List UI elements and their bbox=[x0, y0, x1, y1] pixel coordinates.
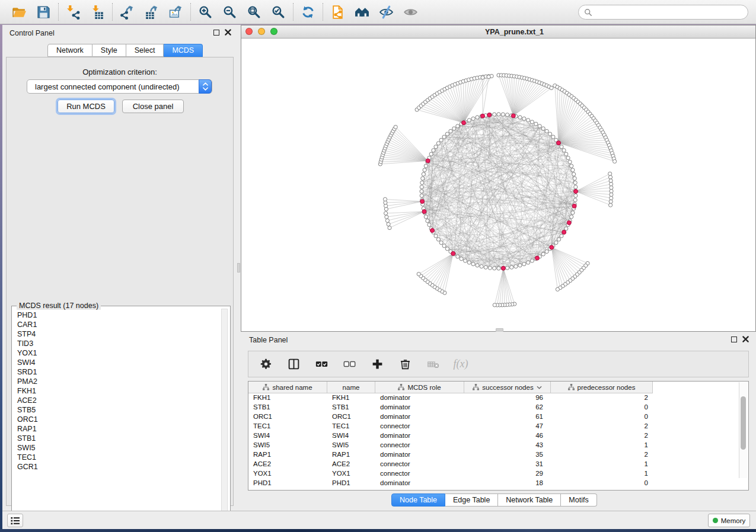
tab-node-table[interactable]: Node Table bbox=[391, 493, 445, 507]
column-header-role[interactable]: MCDS role bbox=[375, 382, 464, 393]
tab-network-table[interactable]: Network Table bbox=[498, 493, 561, 507]
cell-shared[interactable]: RAP1 bbox=[248, 450, 327, 460]
zoom-in-icon[interactable] bbox=[197, 4, 213, 20]
cell-name[interactable]: FKH1 bbox=[327, 393, 375, 403]
cell-name[interactable]: PHD1 bbox=[327, 479, 375, 488]
mcds-result-item[interactable]: CAR1 bbox=[13, 320, 222, 329]
cell-role[interactable]: dominator bbox=[375, 479, 464, 488]
cell-shared[interactable]: STB1 bbox=[248, 403, 327, 412]
cell-name[interactable]: SWI4 bbox=[327, 431, 375, 441]
vertical-splitter-handle[interactable] bbox=[237, 263, 240, 273]
export-image-icon[interactable] bbox=[168, 4, 184, 20]
table-row[interactable]: TEC1TEC1connector472 bbox=[248, 422, 653, 431]
import-network-icon[interactable] bbox=[65, 4, 81, 20]
cell-pred[interactable]: 2 bbox=[551, 393, 653, 403]
mcds-result-item[interactable]: TEC1 bbox=[13, 453, 222, 462]
cell-role[interactable]: connector bbox=[375, 422, 464, 431]
mcds-result-item[interactable]: RAP1 bbox=[13, 424, 222, 434]
tab-network[interactable]: Network bbox=[47, 44, 92, 57]
mcds-result-item[interactable]: PMA2 bbox=[13, 377, 222, 386]
import-table-icon[interactable] bbox=[90, 4, 106, 20]
cell-pred[interactable]: 1 bbox=[551, 441, 653, 450]
memory-button[interactable]: Memory bbox=[708, 514, 750, 527]
show-all-icon[interactable] bbox=[403, 4, 419, 20]
cell-role[interactable]: dominator bbox=[375, 450, 464, 460]
save-session-icon[interactable] bbox=[36, 4, 52, 20]
tab-select[interactable]: Select bbox=[126, 44, 164, 57]
refresh-layout-icon[interactable] bbox=[300, 4, 316, 20]
close-window-light[interactable] bbox=[245, 28, 253, 35]
table-row[interactable]: FKH1FKH1dominator962 bbox=[248, 393, 653, 403]
cell-pred[interactable]: 2 bbox=[551, 431, 653, 441]
settings-icon[interactable] bbox=[259, 357, 273, 371]
cell-shared[interactable]: FKH1 bbox=[248, 393, 327, 403]
cell-shared[interactable]: YOX1 bbox=[248, 469, 327, 479]
mcds-result-item[interactable]: TID3 bbox=[13, 339, 222, 348]
mcds-result-scrollbar[interactable] bbox=[221, 309, 228, 523]
table-row[interactable]: RAP1RAP1dominator352 bbox=[248, 450, 653, 460]
cell-succ[interactable]: 18 bbox=[464, 479, 551, 488]
column-header-succ[interactable]: successor nodes bbox=[464, 382, 551, 393]
table-row[interactable]: ORC1ORC1dominator610 bbox=[248, 412, 653, 422]
mcds-result-item[interactable]: STP4 bbox=[13, 329, 222, 339]
cell-pred[interactable]: 0 bbox=[551, 403, 653, 412]
cell-succ[interactable]: 35 bbox=[464, 450, 551, 460]
close-panel-icon[interactable] bbox=[225, 29, 231, 36]
table-scrollbar-thumb[interactable] bbox=[741, 396, 746, 450]
table-scrollbar[interactable] bbox=[739, 382, 747, 478]
mcds-result-item[interactable]: YOX1 bbox=[13, 348, 222, 358]
cell-succ[interactable]: 43 bbox=[464, 441, 551, 450]
cell-name[interactable]: RAP1 bbox=[327, 450, 375, 460]
network-canvas[interactable] bbox=[241, 39, 755, 331]
mcds-result-item[interactable]: SRD1 bbox=[13, 367, 222, 377]
export-table-icon[interactable] bbox=[143, 4, 160, 20]
cell-role[interactable]: connector bbox=[375, 469, 464, 479]
cell-succ[interactable]: 62 bbox=[464, 403, 551, 412]
tab-motifs[interactable]: Motifs bbox=[561, 493, 596, 507]
cell-succ[interactable]: 29 bbox=[464, 469, 551, 479]
cell-name[interactable]: YOX1 bbox=[327, 469, 375, 479]
cell-pred[interactable]: 0 bbox=[551, 479, 653, 488]
network-window-titlebar[interactable]: YPA_prune.txt_1 bbox=[241, 25, 755, 39]
cell-name[interactable]: TEC1 bbox=[327, 422, 375, 431]
zoom-window-light[interactable] bbox=[270, 28, 277, 35]
task-history-button[interactable] bbox=[7, 514, 23, 527]
tab-mcds[interactable]: MCDS bbox=[164, 44, 203, 57]
cell-shared[interactable]: ORC1 bbox=[248, 412, 327, 422]
optimization-criterion-dropdown[interactable]: largest connected component (undirected) bbox=[27, 79, 212, 94]
zoom-out-icon[interactable] bbox=[222, 4, 238, 20]
cell-succ[interactable]: 61 bbox=[464, 412, 551, 422]
export-network-icon[interactable] bbox=[119, 4, 135, 20]
cell-role[interactable]: dominator bbox=[375, 412, 464, 422]
select-all-icon[interactable] bbox=[314, 357, 328, 371]
minimize-window-light[interactable] bbox=[258, 28, 265, 35]
cell-role[interactable]: dominator bbox=[375, 403, 464, 412]
cell-pred[interactable]: 1 bbox=[551, 460, 653, 469]
cell-succ[interactable]: 47 bbox=[464, 422, 551, 431]
zoom-selected-icon[interactable] bbox=[270, 4, 286, 20]
mcds-result-item[interactable]: ACE2 bbox=[13, 396, 222, 405]
table-row[interactable]: SWI5SWI5connector431 bbox=[248, 441, 653, 450]
zoom-fit-icon[interactable] bbox=[246, 4, 262, 20]
search-field[interactable] bbox=[578, 5, 748, 20]
table-row[interactable]: PHD1PHD1dominator180 bbox=[248, 479, 653, 488]
cell-role[interactable]: connector bbox=[375, 441, 464, 450]
cell-role[interactable]: dominator bbox=[375, 431, 464, 441]
float-table-panel-icon[interactable] bbox=[731, 336, 737, 342]
cell-pred[interactable]: 2 bbox=[551, 422, 653, 431]
search-input[interactable] bbox=[593, 7, 748, 18]
mcds-result-item[interactable]: FKH1 bbox=[13, 386, 222, 396]
table-row[interactable]: YOX1YOX1connector291 bbox=[248, 469, 653, 479]
cell-shared[interactable]: TEC1 bbox=[248, 422, 327, 431]
hide-selected-icon[interactable] bbox=[378, 4, 394, 20]
cell-role[interactable]: dominator bbox=[375, 393, 464, 403]
mcds-result-item[interactable]: ORC1 bbox=[13, 415, 222, 424]
cell-name[interactable]: ACE2 bbox=[327, 460, 375, 469]
first-neighbors-icon[interactable] bbox=[354, 4, 370, 20]
table-row[interactable]: SWI4SWI4dominator462 bbox=[248, 431, 653, 441]
mcds-result-item[interactable]: SWI5 bbox=[13, 443, 222, 453]
cell-name[interactable]: SWI5 bbox=[327, 441, 375, 450]
table-row[interactable]: ACE2ACE2connector311 bbox=[248, 460, 653, 469]
cell-succ[interactable]: 46 bbox=[464, 431, 551, 441]
cell-succ[interactable]: 96 bbox=[464, 393, 551, 403]
